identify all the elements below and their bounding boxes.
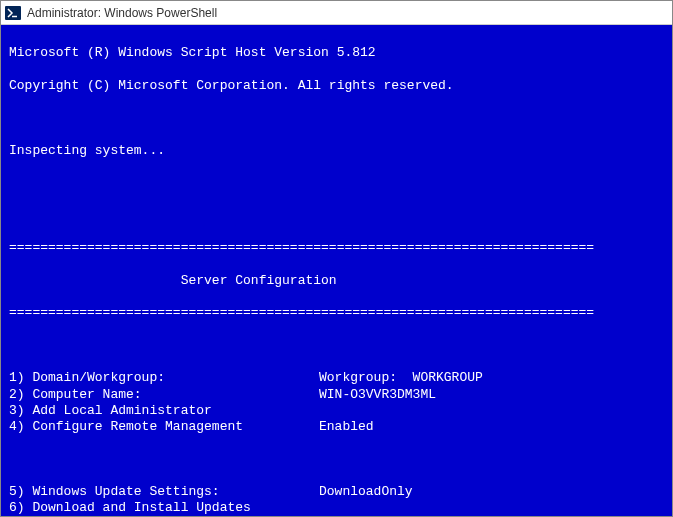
separator-top: ========================================… (9, 240, 664, 256)
titlebar[interactable]: Administrator: Windows PowerShell (1, 1, 672, 25)
menu-item-label: 1) Domain/Workgroup: (9, 370, 319, 386)
header-line-1: Microsoft (R) Windows Script Host Versio… (9, 45, 664, 61)
menu-item-value: Enabled (319, 419, 664, 435)
menu-item: 5) Windows Update Settings:DownloadOnly (9, 484, 664, 500)
console-area[interactable]: Microsoft (R) Windows Script Host Versio… (1, 25, 672, 516)
menu-item-value (319, 403, 664, 419)
menu-item-value (319, 500, 664, 516)
separator-bottom: ========================================… (9, 305, 664, 321)
menu-item-value: DownloadOnly (319, 484, 664, 500)
powershell-icon (5, 5, 21, 21)
menu-item-label: 2) Computer Name: (9, 387, 319, 403)
menu-item-label: 5) Windows Update Settings: (9, 484, 319, 500)
menu-item: 3) Add Local Administrator (9, 403, 664, 419)
menu-item-label: 6) Download and Install Updates (9, 500, 319, 516)
section-title: Server Configuration (9, 273, 664, 289)
menu-item: 6) Download and Install Updates (9, 500, 664, 516)
menu-item: 4) Configure Remote ManagementEnabled (9, 419, 664, 435)
menu-item: 1) Domain/Workgroup:Workgroup: WORKGROUP (9, 370, 664, 386)
menu-item-value: Workgroup: WORKGROUP (319, 370, 664, 386)
powershell-window: Administrator: Windows PowerShell Micros… (0, 0, 673, 517)
menu-item-label: 4) Configure Remote Management (9, 419, 319, 435)
window-title: Administrator: Windows PowerShell (27, 6, 217, 20)
menu-item-value: WIN-O3VVR3DM3ML (319, 387, 664, 403)
status-line: Inspecting system... (9, 143, 664, 159)
header-line-2: Copyright (C) Microsoft Corporation. All… (9, 78, 664, 94)
menu-item-label: 3) Add Local Administrator (9, 403, 319, 419)
menu-item: 2) Computer Name:WIN-O3VVR3DM3ML (9, 387, 664, 403)
